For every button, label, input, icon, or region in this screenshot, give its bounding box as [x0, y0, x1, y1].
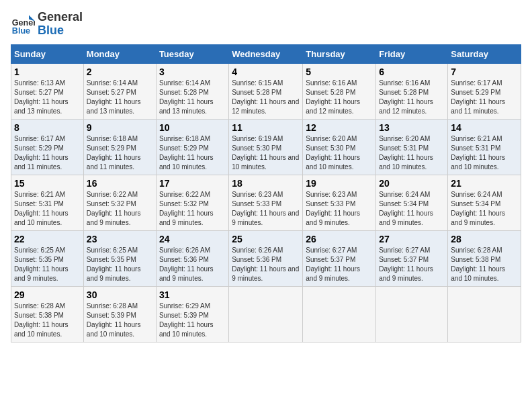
day-detail: Sunrise: 6:25 AM Sunset: 5:35 PM Dayligh…: [87, 246, 153, 283]
header-row: SundayMondayTuesdayWednesdayThursdayFrid…: [11, 44, 521, 63]
day-detail: Sunrise: 6:22 AM Sunset: 5:32 PM Dayligh…: [159, 190, 226, 228]
day-detail: Sunrise: 6:24 AM Sunset: 5:34 PM Dayligh…: [379, 190, 445, 228]
day-cell: 30 Sunrise: 6:28 AM Sunset: 5:39 PM Dayl…: [83, 286, 156, 342]
day-number: 14: [451, 122, 518, 133]
day-cell: 10 Sunrise: 6:18 AM Sunset: 5:29 PM Dayl…: [156, 119, 228, 175]
day-detail: Sunrise: 6:18 AM Sunset: 5:29 PM Dayligh…: [87, 134, 153, 172]
day-number: 22: [14, 234, 81, 244]
day-detail: Sunrise: 6:23 AM Sunset: 5:33 PM Dayligh…: [232, 190, 300, 228]
header-cell-wednesday: Wednesday: [229, 44, 303, 63]
day-cell: 12 Sunrise: 6:20 AM Sunset: 5:30 PM Dayl…: [303, 119, 376, 175]
day-detail: Sunrise: 6:22 AM Sunset: 5:32 PM Dayligh…: [87, 190, 153, 228]
day-number: 18: [232, 178, 300, 189]
day-detail: Sunrise: 6:29 AM Sunset: 5:39 PM Dayligh…: [159, 302, 226, 339]
day-cell: 3 Sunrise: 6:14 AM Sunset: 5:28 PM Dayli…: [156, 63, 228, 119]
day-number: 11: [232, 122, 300, 133]
week-row-4: 22 Sunrise: 6:25 AM Sunset: 5:35 PM Dayl…: [11, 230, 521, 286]
day-detail: Sunrise: 6:15 AM Sunset: 5:28 PM Dayligh…: [232, 79, 300, 116]
day-number: 27: [379, 234, 445, 244]
day-number: 24: [159, 234, 226, 244]
header-cell-saturday: Saturday: [448, 44, 521, 63]
day-number: 28: [451, 234, 518, 244]
day-cell: 13 Sunrise: 6:20 AM Sunset: 5:31 PM Dayl…: [376, 119, 448, 175]
day-number: 19: [306, 178, 373, 189]
week-row-3: 15 Sunrise: 6:21 AM Sunset: 5:31 PM Dayl…: [11, 175, 521, 230]
logo-blue: Blue: [38, 24, 83, 38]
day-cell: 24 Sunrise: 6:26 AM Sunset: 5:36 PM Dayl…: [156, 230, 228, 286]
day-detail: Sunrise: 6:20 AM Sunset: 5:31 PM Dayligh…: [379, 134, 445, 172]
day-detail: Sunrise: 6:20 AM Sunset: 5:30 PM Dayligh…: [306, 134, 373, 172]
day-cell: 15 Sunrise: 6:21 AM Sunset: 5:31 PM Dayl…: [11, 175, 84, 230]
day-cell: 7 Sunrise: 6:17 AM Sunset: 5:29 PM Dayli…: [448, 63, 521, 119]
day-cell: 11 Sunrise: 6:19 AM Sunset: 5:30 PM Dayl…: [229, 119, 303, 175]
day-detail: Sunrise: 6:16 AM Sunset: 5:28 PM Dayligh…: [379, 79, 445, 116]
day-detail: Sunrise: 6:14 AM Sunset: 5:28 PM Dayligh…: [159, 79, 226, 116]
day-cell: 27 Sunrise: 6:27 AM Sunset: 5:37 PM Dayl…: [376, 230, 448, 286]
logo-general: General: [38, 11, 83, 24]
week-row-1: 1 Sunrise: 6:13 AM Sunset: 5:27 PM Dayli…: [11, 63, 521, 119]
day-number: 26: [306, 234, 373, 244]
day-cell: 9 Sunrise: 6:18 AM Sunset: 5:29 PM Dayli…: [83, 119, 156, 175]
day-cell: 20 Sunrise: 6:24 AM Sunset: 5:34 PM Dayl…: [376, 175, 448, 230]
day-number: 25: [232, 234, 300, 244]
day-detail: Sunrise: 6:21 AM Sunset: 5:31 PM Dayligh…: [451, 134, 518, 172]
header-cell-sunday: Sunday: [11, 44, 84, 63]
day-cell: 31 Sunrise: 6:29 AM Sunset: 5:39 PM Dayl…: [156, 286, 228, 342]
day-cell: 18 Sunrise: 6:23 AM Sunset: 5:33 PM Dayl…: [229, 175, 303, 230]
header-cell-friday: Friday: [376, 44, 448, 63]
day-detail: Sunrise: 6:25 AM Sunset: 5:35 PM Dayligh…: [14, 246, 81, 283]
calendar-header: SundayMondayTuesdayWednesdayThursdayFrid…: [11, 44, 521, 63]
svg-text:Blue: Blue: [12, 26, 30, 36]
day-cell: 2 Sunrise: 6:14 AM Sunset: 5:27 PM Dayli…: [83, 63, 156, 119]
day-detail: Sunrise: 6:26 AM Sunset: 5:36 PM Dayligh…: [159, 246, 226, 283]
day-cell: [303, 286, 376, 342]
day-number: 31: [159, 289, 226, 300]
day-number: 21: [451, 178, 518, 189]
day-number: 9: [87, 122, 153, 133]
day-detail: Sunrise: 6:17 AM Sunset: 5:29 PM Dayligh…: [14, 134, 81, 172]
day-cell: 26 Sunrise: 6:27 AM Sunset: 5:37 PM Dayl…: [303, 230, 376, 286]
day-detail: Sunrise: 6:16 AM Sunset: 5:28 PM Dayligh…: [306, 79, 373, 116]
day-cell: 29 Sunrise: 6:28 AM Sunset: 5:38 PM Dayl…: [11, 286, 84, 342]
day-cell: 5 Sunrise: 6:16 AM Sunset: 5:28 PM Dayli…: [303, 63, 376, 119]
day-cell: 23 Sunrise: 6:25 AM Sunset: 5:35 PM Dayl…: [83, 230, 156, 286]
calendar-body: 1 Sunrise: 6:13 AM Sunset: 5:27 PM Dayli…: [11, 63, 521, 342]
header-cell-tuesday: Tuesday: [156, 44, 228, 63]
day-number: 3: [159, 66, 226, 77]
day-cell: 8 Sunrise: 6:17 AM Sunset: 5:29 PM Dayli…: [11, 119, 84, 175]
day-detail: Sunrise: 6:27 AM Sunset: 5:37 PM Dayligh…: [379, 246, 445, 283]
day-detail: Sunrise: 6:28 AM Sunset: 5:38 PM Dayligh…: [451, 246, 518, 283]
week-row-2: 8 Sunrise: 6:17 AM Sunset: 5:29 PM Dayli…: [11, 119, 521, 175]
day-number: 7: [451, 66, 518, 77]
day-detail: Sunrise: 6:24 AM Sunset: 5:34 PM Dayligh…: [451, 190, 518, 228]
day-cell: 6 Sunrise: 6:16 AM Sunset: 5:28 PM Dayli…: [376, 63, 448, 119]
day-number: 8: [14, 122, 81, 133]
day-number: 2: [87, 66, 153, 77]
day-cell: 28 Sunrise: 6:28 AM Sunset: 5:38 PM Dayl…: [448, 230, 521, 286]
day-detail: Sunrise: 6:13 AM Sunset: 5:27 PM Dayligh…: [14, 79, 81, 116]
day-number: 16: [87, 178, 153, 189]
day-number: 4: [232, 66, 300, 77]
day-number: 23: [87, 234, 153, 244]
day-number: 10: [159, 122, 226, 133]
day-number: 5: [306, 66, 373, 77]
day-number: 29: [14, 289, 81, 300]
logo: General Blue General Blue: [11, 11, 83, 38]
day-detail: Sunrise: 6:26 AM Sunset: 5:36 PM Dayligh…: [232, 246, 300, 283]
day-number: 12: [306, 122, 373, 133]
day-detail: Sunrise: 6:28 AM Sunset: 5:39 PM Dayligh…: [87, 302, 153, 339]
day-cell: 22 Sunrise: 6:25 AM Sunset: 5:35 PM Dayl…: [11, 230, 84, 286]
day-cell: 17 Sunrise: 6:22 AM Sunset: 5:32 PM Dayl…: [156, 175, 228, 230]
day-cell: 16 Sunrise: 6:22 AM Sunset: 5:32 PM Dayl…: [83, 175, 156, 230]
calendar-table: SundayMondayTuesdayWednesdayThursdayFrid…: [11, 44, 521, 342]
day-cell: [376, 286, 448, 342]
day-detail: Sunrise: 6:19 AM Sunset: 5:30 PM Dayligh…: [232, 134, 300, 172]
day-number: 17: [159, 178, 226, 189]
day-cell: 19 Sunrise: 6:23 AM Sunset: 5:33 PM Dayl…: [303, 175, 376, 230]
day-detail: Sunrise: 6:27 AM Sunset: 5:37 PM Dayligh…: [306, 246, 373, 283]
day-number: 6: [379, 66, 445, 77]
day-number: 13: [379, 122, 445, 133]
day-cell: 4 Sunrise: 6:15 AM Sunset: 5:28 PM Dayli…: [229, 63, 303, 119]
day-cell: 25 Sunrise: 6:26 AM Sunset: 5:36 PM Dayl…: [229, 230, 303, 286]
logo-icon: General Blue: [11, 12, 35, 36]
